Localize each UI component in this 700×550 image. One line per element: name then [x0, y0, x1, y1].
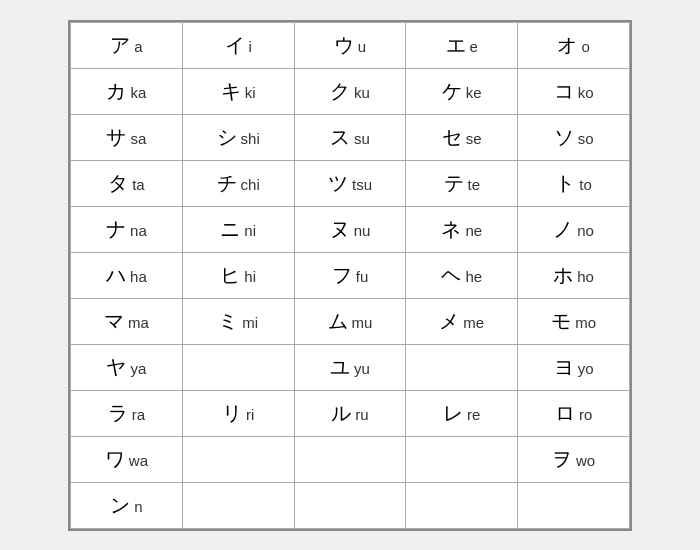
kana-character: ケ	[442, 80, 462, 102]
kana-character: ナ	[106, 218, 126, 240]
table-cell: ムmu	[294, 298, 406, 344]
romanization: ki	[245, 84, 256, 101]
kana-character: ロ	[555, 402, 575, 424]
table-cell	[294, 482, 406, 528]
table-row: ラraリriルruレreロro	[71, 390, 630, 436]
table-cell: クku	[294, 68, 406, 114]
romanization: mu	[352, 314, 373, 331]
kana-character: ソ	[554, 126, 574, 148]
table-cell: ヨyo	[518, 344, 630, 390]
romanization: ke	[466, 84, 482, 101]
kana-character: ア	[110, 34, 130, 56]
romanization: se	[466, 130, 482, 147]
table-cell: テte	[406, 160, 518, 206]
table-cell: モmo	[518, 298, 630, 344]
kana-character: セ	[442, 126, 462, 148]
kana-character: ス	[330, 126, 350, 148]
table-cell	[294, 436, 406, 482]
table-cell: ソso	[518, 114, 630, 160]
romanization: mo	[575, 314, 596, 331]
table-row: サsaシshiスsuセseソso	[71, 114, 630, 160]
romanization: yu	[354, 360, 370, 377]
table-row: カkaキkiクkuケkeコko	[71, 68, 630, 114]
table-cell: アa	[71, 22, 183, 68]
table-cell: ヲwo	[518, 436, 630, 482]
table-cell: ユyu	[294, 344, 406, 390]
romanization: yo	[578, 360, 594, 377]
romanization: ru	[355, 406, 368, 423]
katakana-table: アaイiウuエeオoカkaキkiクkuケkeコkoサsaシshiスsuセseソs…	[68, 20, 632, 531]
romanization: no	[577, 222, 594, 239]
table-cell: ホho	[518, 252, 630, 298]
romanization: a	[134, 38, 142, 55]
romanization: ta	[132, 176, 145, 193]
table-cell: カka	[71, 68, 183, 114]
table-row: マmaミmiムmuメmeモmo	[71, 298, 630, 344]
romanization: u	[358, 38, 366, 55]
romanization: ho	[577, 268, 594, 285]
table-cell: ウu	[294, 22, 406, 68]
kana-character: リ	[222, 402, 242, 424]
table-cell	[182, 436, 294, 482]
table-cell: セse	[406, 114, 518, 160]
kana-character: コ	[554, 80, 574, 102]
table-cell: レre	[406, 390, 518, 436]
table-row: アaイiウuエeオo	[71, 22, 630, 68]
romanization: ma	[128, 314, 149, 331]
table-cell: ネne	[406, 206, 518, 252]
romanization: ko	[578, 84, 594, 101]
kana-character: オ	[557, 34, 577, 56]
table-cell: キki	[182, 68, 294, 114]
table-cell: サsa	[71, 114, 183, 160]
romanization: wa	[129, 452, 148, 469]
kana-character: ウ	[334, 34, 354, 56]
romanization: ne	[465, 222, 482, 239]
kana-character: ミ	[218, 310, 238, 332]
romanization: to	[579, 176, 592, 193]
kana-character: シ	[217, 126, 237, 148]
kana-character: ユ	[330, 356, 350, 378]
table-cell	[182, 344, 294, 390]
table-cell	[182, 482, 294, 528]
romanization: n	[134, 498, 142, 515]
table-cell: トto	[518, 160, 630, 206]
kana-character: ワ	[105, 448, 125, 470]
romanization: o	[581, 38, 589, 55]
romanization: na	[130, 222, 147, 239]
romanization: ni	[244, 222, 256, 239]
table-cell	[406, 436, 518, 482]
kana-character: ム	[328, 310, 348, 332]
kana-character: ツ	[328, 172, 348, 194]
kana-character: ヒ	[220, 264, 240, 286]
kana-character: サ	[106, 126, 126, 148]
table-cell: ヘhe	[406, 252, 518, 298]
table-cell: ヤya	[71, 344, 183, 390]
romanization: tsu	[352, 176, 372, 193]
romanization: re	[467, 406, 480, 423]
romanization: fu	[356, 268, 369, 285]
kana-character: ヌ	[330, 218, 350, 240]
kana-character: メ	[439, 310, 459, 332]
table-cell: エe	[406, 22, 518, 68]
table-cell	[406, 344, 518, 390]
romanization: ri	[246, 406, 254, 423]
kana-character: ネ	[441, 218, 461, 240]
table-cell: タta	[71, 160, 183, 206]
romanization: shi	[241, 130, 260, 147]
romanization: mi	[242, 314, 258, 331]
kana-character: テ	[444, 172, 464, 194]
kana-character: マ	[104, 310, 124, 332]
table-cell: コko	[518, 68, 630, 114]
table-cell: ンn	[71, 482, 183, 528]
kana-character: ン	[110, 494, 130, 516]
table-row: タtaチchiツtsuテteトto	[71, 160, 630, 206]
romanization: nu	[354, 222, 371, 239]
kana-character: チ	[217, 172, 237, 194]
kana-character: モ	[551, 310, 571, 332]
table-cell: オo	[518, 22, 630, 68]
kana-character: ハ	[106, 264, 126, 286]
romanization: he	[465, 268, 482, 285]
table-row: ナnaニniヌnuネneノno	[71, 206, 630, 252]
table-cell: ツtsu	[294, 160, 406, 206]
kana-character: ヤ	[106, 356, 126, 378]
